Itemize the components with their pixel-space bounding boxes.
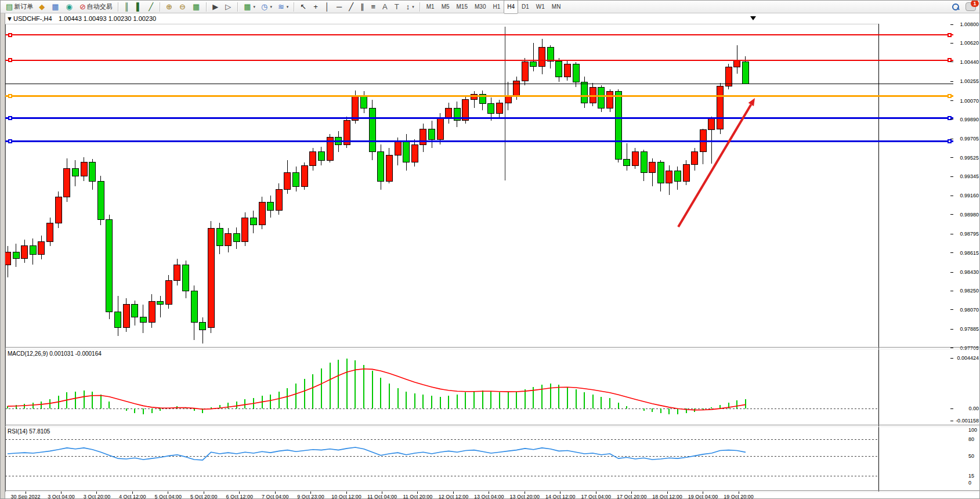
- candle-body: [72, 169, 78, 176]
- time-axis-label[interactable]: 30 Sep 2022: [10, 494, 40, 499]
- toolbar-separator: [206, 2, 207, 12]
- line-drag-handle-center: [9, 59, 11, 61]
- arrows-button[interactable]: ↕▾: [404, 1, 417, 13]
- tile-windows-icon: ▦: [193, 3, 200, 10]
- chart-title-symbol: USDCHF-,H4: [13, 15, 52, 22]
- time-axis-label[interactable]: 17 Oct 04:00: [581, 494, 611, 499]
- timeframe-w1[interactable]: W1: [533, 0, 548, 14]
- arrows-icon: ↕: [406, 3, 410, 10]
- market-watch-icon: ◆: [39, 3, 45, 10]
- time-axis-label[interactable]: 17 Oct 20:00: [617, 494, 647, 499]
- profiles-button[interactable]: ◷▾: [259, 1, 274, 13]
- timeframe-h4[interactable]: H4: [504, 0, 518, 14]
- candle-body: [149, 301, 155, 322]
- candlestick-chart-button[interactable]: ▌: [134, 1, 145, 13]
- line-chart-button[interactable]: ╱: [146, 1, 157, 13]
- time-axis-label[interactable]: 11 Oct 20:00: [403, 494, 433, 499]
- time-axis-label[interactable]: 7 Oct 04:00: [262, 494, 289, 499]
- zoom-out-icon: ⊖: [179, 3, 186, 10]
- dropdown-arrow-icon: ▾: [412, 5, 414, 9]
- timeframe-mn[interactable]: MN: [548, 0, 565, 14]
- rsi-axis-label: 15: [968, 473, 974, 479]
- zoom-in-button[interactable]: ⊕: [164, 1, 176, 13]
- timeframe-m5[interactable]: M5: [438, 0, 453, 14]
- mt4-window: ▤新订单◆▦◉⊘自动交易║▌╱⊕⊖▦▶▷▦▾◷▾≋▾↖+│─╱∥≡AT↕▾M1M…: [0, 0, 980, 499]
- timeframe-d1[interactable]: D1: [518, 0, 533, 14]
- time-axis-label[interactable]: 5 Oct 04:00: [155, 494, 182, 499]
- time-axis-label[interactable]: 19 Oct 04:00: [688, 494, 718, 499]
- data-window-button[interactable]: ▦: [49, 1, 62, 13]
- line-drag-handle-center: [9, 117, 11, 119]
- autotrading-icon: ⊘: [79, 3, 86, 10]
- time-axis-label[interactable]: 10 Oct 12:00: [331, 494, 361, 499]
- price-axis-tick-label: 0.98615: [960, 250, 979, 256]
- candle-body: [216, 228, 223, 246]
- line-drag-handle-center: [949, 140, 950, 142]
- time-axis-label[interactable]: 3 Oct 04:00: [48, 494, 75, 499]
- indicators-button[interactable]: ≋▾: [276, 1, 291, 13]
- time-axis-label[interactable]: 3 Oct 20:00: [84, 494, 111, 499]
- time-axis-label[interactable]: 6 Oct 12:00: [226, 494, 253, 499]
- candle-body: [55, 197, 62, 223]
- time-axis-label[interactable]: 18 Oct 12:00: [652, 494, 682, 499]
- tile-windows-button[interactable]: ▦: [190, 1, 203, 13]
- price-axis-tick-label: 0.98070: [960, 307, 979, 313]
- navigator-button[interactable]: ◉: [64, 1, 76, 13]
- time-axis-label[interactable]: 13 Oct 20:00: [510, 494, 540, 499]
- horizontal-line-button[interactable]: ─: [334, 1, 345, 13]
- zoom-out-button[interactable]: ⊖: [177, 1, 189, 13]
- auto-scroll-button[interactable]: ▷: [223, 1, 234, 13]
- candle-body: [293, 173, 299, 186]
- time-axis-label[interactable]: 11 Oct 04:00: [367, 494, 397, 499]
- candle-body: [522, 62, 528, 81]
- channel-icon: ∥: [360, 3, 364, 10]
- time-axis-label[interactable]: 9 Oct 23:00: [297, 494, 324, 499]
- candle-body: [683, 164, 689, 181]
- fibonacci-button[interactable]: ≡: [368, 1, 379, 13]
- timeframe-m15[interactable]: M15: [453, 0, 471, 14]
- candle-body: [140, 317, 146, 323]
- chart-shift-icon: ▶: [212, 3, 218, 10]
- price-axis-tick-label: 0.99890: [960, 117, 979, 122]
- candle-body: [21, 246, 28, 259]
- indicators-icon: ≋: [278, 3, 284, 10]
- cursor-button[interactable]: ↖: [298, 1, 310, 13]
- time-axis-label[interactable]: 4 Oct 12:00: [119, 494, 146, 499]
- time-axis-label[interactable]: 19 Oct 20:00: [724, 494, 754, 499]
- candle-body: [649, 162, 656, 173]
- time-axis-label[interactable]: 12 Oct 12:00: [439, 494, 469, 499]
- timeframe-m30[interactable]: M30: [471, 0, 489, 14]
- vertical-line-button[interactable]: │: [323, 1, 333, 13]
- timeframe-m1[interactable]: M1: [423, 0, 438, 14]
- new-order-button[interactable]: ▤新订单: [3, 1, 35, 13]
- chart-collapse-icon[interactable]: ▼: [6, 15, 13, 22]
- zoom-in-icon: ⊕: [166, 3, 172, 10]
- timeframe-h1[interactable]: H1: [489, 0, 504, 14]
- chart-shift-button[interactable]: ▶: [210, 1, 222, 13]
- trendline-button[interactable]: ╱: [346, 1, 357, 13]
- bar-chart-button[interactable]: ║: [122, 1, 133, 13]
- cursor-icon: ↖: [300, 3, 306, 10]
- candle-body: [174, 265, 180, 280]
- rsi-axis-label: 0: [968, 480, 971, 486]
- market-watch-button[interactable]: ◆: [37, 1, 48, 13]
- chart-canvas[interactable]: 1.008001.006201.004401.002551.000700.998…: [1, 13, 980, 499]
- search-button[interactable]: [952, 3, 960, 11]
- label-button[interactable]: T: [392, 1, 403, 13]
- time-axis-label[interactable]: 13 Oct 04:00: [474, 494, 504, 499]
- text-button[interactable]: A: [380, 1, 391, 13]
- time-axis-label[interactable]: 14 Oct 12:00: [545, 494, 576, 499]
- candle-body: [132, 305, 138, 317]
- autotrading-button[interactable]: ⊘自动交易: [77, 1, 115, 13]
- candle-body: [437, 118, 443, 139]
- price-axis-tick-label: 0.97705: [960, 345, 979, 351]
- candle-body: [276, 190, 282, 211]
- price-axis-tick-label: 0.98430: [960, 269, 979, 275]
- new-chart-button[interactable]: ▦▾: [241, 1, 258, 13]
- line-drag-handle-center: [9, 34, 11, 36]
- time-axis-label[interactable]: 5 Oct 20:00: [190, 494, 218, 499]
- chat-button[interactable]: 1: [965, 2, 976, 11]
- crosshair-button[interactable]: +: [311, 1, 321, 13]
- toolbar-separator: [420, 2, 421, 12]
- channel-button[interactable]: ∥: [358, 1, 368, 13]
